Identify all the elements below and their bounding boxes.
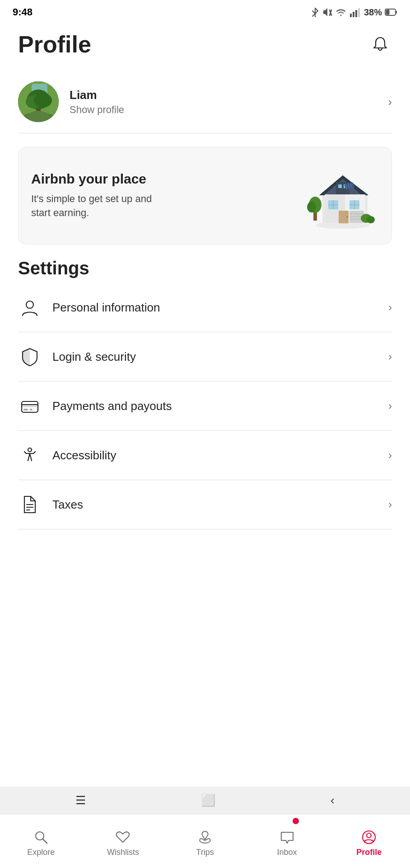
payments-chevron-icon: ›	[388, 400, 392, 412]
login-security-label: Login & security	[52, 350, 388, 364]
svg-point-53	[28, 448, 32, 452]
status-bar: 9:48 38%	[0, 0, 410, 22]
banner-title: Airbnb your place	[31, 171, 298, 187]
profile-chevron-icon: ›	[388, 95, 392, 109]
nav-inbox[interactable]: Inbox	[246, 814, 328, 868]
svg-point-40	[307, 202, 316, 212]
wishlists-label: Wishlists	[107, 848, 139, 857]
accessibility-chevron-icon: ›	[388, 449, 392, 462]
search-icon	[33, 830, 49, 845]
nav-wishlists[interactable]: Wishlists	[82, 814, 164, 868]
trips-label: Trips	[196, 848, 214, 857]
house-illustration	[298, 162, 379, 230]
login-security-icon	[18, 345, 42, 368]
avatar	[18, 81, 59, 122]
battery-level: 38%	[364, 7, 382, 18]
bell-icon	[372, 36, 389, 53]
accessibility-label: Accessibility	[52, 448, 388, 462]
nav-trips[interactable]: Trips	[164, 814, 246, 868]
signal-icon	[349, 7, 361, 17]
payments-label: Payments and payouts	[52, 399, 388, 413]
heart-icon	[115, 830, 130, 845]
status-time: 9:48	[13, 6, 33, 18]
svg-rect-4	[355, 10, 357, 17]
personal-information-item[interactable]: Personal information ›	[18, 283, 392, 332]
settings-section: Settings Personal information ›	[18, 258, 392, 529]
nav-profile[interactable]: Profile	[328, 814, 410, 868]
svg-point-14	[34, 93, 52, 108]
explore-label: Explore	[27, 848, 55, 857]
profile-row[interactable]: Liam Show profile ›	[18, 74, 392, 133]
payments-icon	[18, 394, 42, 418]
payments-payouts-item[interactable]: Payments and payouts ›	[18, 382, 392, 431]
settings-list: Personal information › Login & security …	[18, 283, 392, 529]
profile-label: Profile	[356, 848, 382, 857]
show-profile-label: Show profile	[70, 104, 388, 116]
svg-point-42	[367, 216, 375, 223]
taxes-label: Taxes	[52, 498, 388, 512]
taxes-icon	[18, 493, 42, 516]
android-back-button[interactable]: ‹	[331, 793, 335, 807]
banner-text: Airbnb your place It's simple to get set…	[31, 171, 298, 220]
accessibility-icon	[18, 443, 42, 467]
main-content: Profile	[0, 22, 410, 529]
personal-info-icon	[18, 296, 42, 319]
accessibility-item[interactable]: Accessibility ›	[18, 431, 392, 480]
bluetooth-icon	[311, 7, 320, 17]
svg-rect-22	[338, 184, 342, 188]
svg-rect-2	[350, 14, 352, 17]
airbnb-your-place-banner[interactable]: Airbnb your place It's simple to get set…	[18, 147, 392, 245]
svg-point-47	[26, 301, 33, 308]
bottom-nav: Explore Wishlists Trips Inbox Profile	[0, 814, 410, 868]
android-menu-button[interactable]: ☰	[75, 793, 86, 807]
notifications-button[interactable]	[368, 33, 392, 56]
login-security-chevron-icon: ›	[388, 350, 392, 363]
page-title: Profile	[18, 31, 91, 58]
personal-info-label: Personal information	[52, 301, 388, 315]
svg-rect-7	[396, 11, 397, 14]
svg-point-62	[367, 833, 371, 838]
status-icons: 38%	[311, 7, 397, 18]
battery-icon	[385, 8, 397, 16]
svg-rect-52	[30, 409, 33, 410]
inbox-label: Inbox	[277, 848, 297, 857]
profile-name: Liam	[70, 88, 388, 102]
chat-icon	[280, 830, 295, 845]
taxes-item[interactable]: Taxes ›	[18, 480, 392, 529]
nav-explore[interactable]: Explore	[0, 814, 82, 868]
android-nav-bar: ☰ ⬜ ‹	[0, 787, 410, 814]
login-security-item[interactable]: Login & security ›	[18, 332, 392, 382]
profile-info: Liam Show profile	[70, 88, 388, 116]
inbox-badge	[293, 818, 299, 824]
airbnb-icon	[197, 830, 213, 845]
svg-rect-5	[358, 8, 360, 17]
svg-line-60	[43, 839, 47, 843]
personal-info-chevron-icon: ›	[388, 301, 392, 314]
svg-rect-51	[23, 409, 28, 410]
page-header: Profile	[18, 31, 392, 58]
wifi-icon	[335, 7, 347, 17]
taxes-chevron-icon: ›	[388, 498, 392, 511]
mute-icon	[322, 7, 332, 17]
banner-subtitle: It's simple to get set up and start earn…	[31, 192, 167, 220]
settings-title: Settings	[18, 258, 392, 278]
svg-rect-8	[386, 10, 390, 15]
android-home-button[interactable]: ⬜	[201, 793, 215, 807]
profile-circle-icon	[361, 830, 377, 845]
svg-rect-3	[353, 12, 354, 17]
svg-point-33	[346, 216, 348, 218]
